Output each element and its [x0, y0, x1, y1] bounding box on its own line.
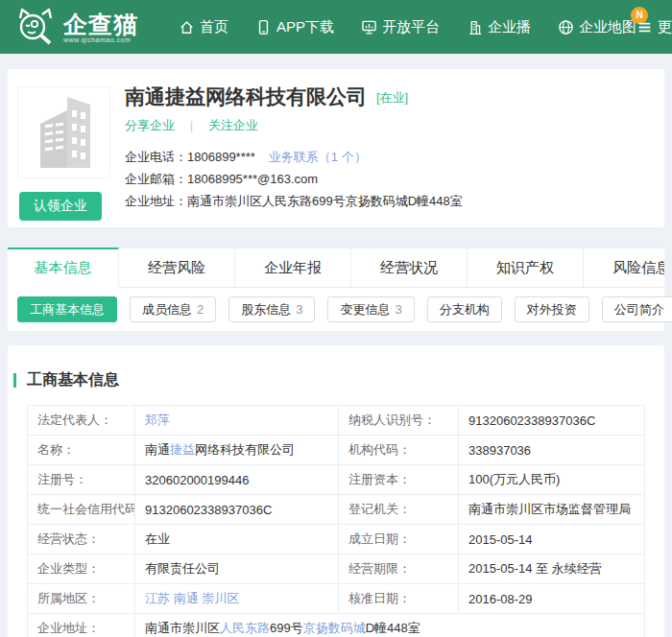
phone-label: 企业电话：	[125, 150, 187, 164]
nav-item-home[interactable]: 首页	[179, 18, 228, 36]
cat-magnifier-icon	[13, 7, 58, 47]
field-text: 有限责任公司	[145, 561, 220, 576]
title-accent-bar	[13, 373, 16, 388]
field-label: 核准日期：	[339, 584, 459, 614]
field-label: 经营期限：	[339, 554, 459, 584]
field-link[interactable]: 崇川区	[202, 591, 239, 605]
field-text: 699号	[270, 621, 303, 635]
field-value: 320602000199446	[135, 465, 339, 495]
section-title-text: 工商基本信息	[27, 370, 119, 390]
share-row: 分享企业 | 关注企业	[125, 117, 664, 134]
site-name: 企查猫	[63, 12, 138, 36]
table-row: 名称：南通捷益网络科技有限公司机构代码：338937036	[28, 436, 645, 465]
field-value: 南通市崇川区人民东路699号京扬数码城D幢448室	[135, 614, 645, 637]
nav-item-phone[interactable]: APP下载	[255, 18, 334, 36]
field-text: D幢448室	[366, 621, 420, 635]
field-value: 338937036	[459, 436, 645, 465]
phone-icon	[255, 19, 272, 35]
nav-item-menu[interactable]: 更多	[636, 0, 672, 54]
business-info-table: 法定代表人：郑萍纳税人识别号：91320602338937036C名称：南通捷益…	[27, 405, 645, 637]
company-logo-placeholder	[17, 86, 110, 178]
field-label: 成立日期：	[339, 525, 459, 554]
field-link[interactable]: 京扬数码城	[303, 621, 366, 635]
field-value: 91320602338937036C	[135, 495, 339, 525]
logo-text: 企查猫 www.qichamao.com	[63, 12, 138, 43]
tab-经营状况[interactable]: 经营状况	[351, 248, 468, 288]
subtab-count: 3	[296, 302, 302, 317]
site-logo[interactable]: 企查猫 www.qichamao.com	[13, 7, 138, 47]
nav-item-globe[interactable]: 企业地图N	[558, 18, 636, 36]
site-url: www.qichamao.com	[63, 36, 138, 43]
table-row: 企业类型：有限责任公司经营期限：2015-05-14 至 永续经营	[28, 554, 645, 584]
tab-经营风险[interactable]: 经营风险	[119, 248, 235, 288]
field-value: 江苏 南通 崇川区	[135, 584, 339, 614]
company-name: 南通捷益网络科技有限公司	[125, 84, 367, 109]
field-value: 在业	[135, 525, 339, 554]
table-row: 法定代表人：郑萍纳税人识别号：91320602338937036C	[28, 406, 645, 436]
address-label: 企业地址：	[125, 194, 187, 208]
subtab-count: 3	[395, 302, 401, 317]
claim-company-button[interactable]: 认领企业	[19, 192, 102, 221]
nav-item-monitor[interactable]: 开放平台	[361, 18, 440, 36]
table-row: 所属地区：江苏 南通 崇川区核准日期：2016-08-29	[28, 584, 645, 614]
tab-基本信息[interactable]: 基本信息	[8, 248, 119, 288]
subtab-row: 工商基本信息成员信息2股东信息3变更信息3分支机构对外投资公司简介	[8, 288, 664, 331]
field-value: 2016-08-29	[459, 584, 645, 614]
field-value: 有限责任公司	[135, 554, 339, 584]
status-badge: [在业]	[376, 89, 408, 109]
home-icon	[179, 19, 195, 35]
field-value: 100(万元人民币)	[459, 465, 645, 495]
share-company-link[interactable]: 分享企业	[125, 118, 175, 132]
field-link[interactable]: 人民东路	[220, 621, 270, 635]
table-row: 统一社会信用代码：91320602338937036C登记机关：南通市崇川区市场…	[28, 495, 645, 525]
field-label: 注册资本：	[339, 465, 459, 495]
field-label: 所属地区：	[28, 584, 135, 614]
tab-企业年报[interactable]: 企业年报	[235, 248, 351, 288]
field-label: 机构代码：	[339, 436, 459, 465]
field-value: 郑萍	[135, 406, 339, 436]
field-link[interactable]: 郑萍	[145, 413, 170, 427]
email-value: 18068995***@163.com	[187, 172, 318, 186]
field-text: 网络科技有限公司	[195, 442, 295, 457]
field-label: 经营状态：	[28, 525, 135, 554]
subtab-公司简介[interactable]: 公司简介	[602, 296, 672, 322]
address-value: 南通市崇川区人民东路699号京扬数码城D幢448室	[187, 194, 463, 208]
field-text: 在业	[145, 531, 170, 546]
subtab-分支机构[interactable]: 分支机构	[427, 296, 502, 322]
business-contact-link[interactable]: 业务联系（1 个）	[269, 150, 367, 164]
nav-label: 更多	[658, 18, 672, 36]
buildings-icon	[27, 93, 102, 172]
subtab-count: 2	[197, 302, 204, 317]
building-icon	[467, 19, 483, 35]
nav-label: 开放平台	[382, 18, 440, 36]
field-link[interactable]: 捷益	[170, 442, 195, 457]
field-link[interactable]: 南通	[174, 591, 199, 605]
company-address-line: 企业地址：南通市崇川区人民东路699号京扬数码城D幢448室	[125, 194, 664, 208]
field-label: 企业地址：	[28, 614, 135, 637]
tab-知识产权[interactable]: 知识产权	[468, 248, 584, 288]
field-text: 南通市崇川区	[145, 621, 220, 635]
nav-label: 首页	[200, 18, 228, 36]
subtab-成员信息[interactable]: 成员信息2	[130, 296, 216, 322]
main-tab-strip: 基本信息经营风险企业年报经营状况知识产权风险信息	[8, 248, 664, 288]
subtab-对外投资[interactable]: 对外投资	[515, 296, 589, 322]
field-value: 2015-05-14	[459, 525, 645, 554]
main-nav: 首页APP下载开放平台企业播企业地图N更多	[179, 18, 636, 36]
follow-company-link[interactable]: 关注企业	[208, 118, 258, 132]
subtab-变更信息[interactable]: 变更信息3	[327, 296, 414, 322]
company-email-line: 企业邮箱：18068995***@163.com	[125, 172, 664, 186]
field-link[interactable]: 江苏	[145, 591, 170, 605]
divider: |	[190, 118, 193, 132]
field-value: 南通捷益网络科技有限公司	[135, 436, 339, 465]
nav-label: APP下载	[276, 18, 334, 36]
field-value: 91320602338937036C	[459, 406, 645, 436]
top-header: 企查猫 www.qichamao.com 首页APP下载开放平台企业播企业地图N…	[0, 0, 672, 54]
monitor-icon	[361, 19, 377, 35]
subtab-工商基本信息[interactable]: 工商基本信息	[17, 296, 117, 322]
company-phone-line: 企业电话：1806899****业务联系（1 个）	[125, 150, 664, 164]
field-value: 南通市崇川区市场监督管理局	[459, 495, 645, 525]
field-label: 注册号：	[28, 465, 135, 495]
tab-风险信息[interactable]: 风险信息	[584, 248, 664, 288]
subtab-股东信息[interactable]: 股东信息3	[228, 296, 315, 322]
nav-item-building[interactable]: 企业播	[467, 18, 531, 36]
